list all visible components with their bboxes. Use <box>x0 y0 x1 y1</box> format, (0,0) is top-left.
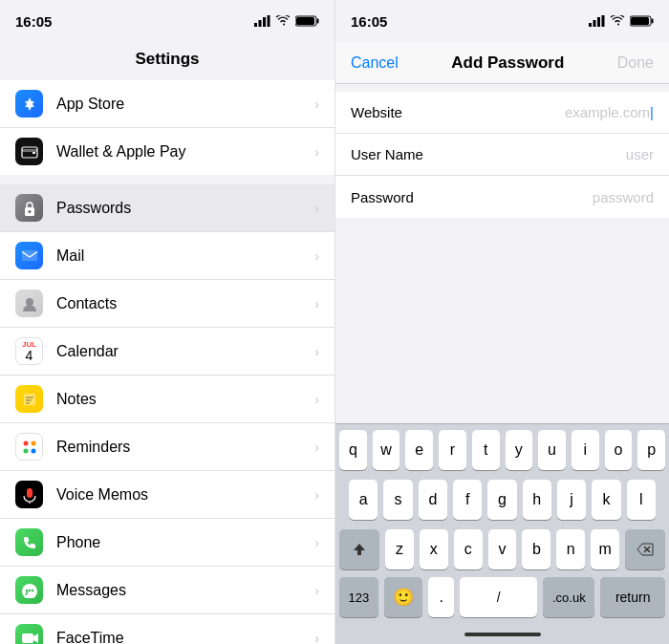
wallet-label: Wallet & Apple Pay <box>56 143 311 161</box>
key-i[interactable]: i <box>572 430 599 470</box>
key-u[interactable]: u <box>538 430 566 470</box>
svg-rect-25 <box>27 488 32 498</box>
settings-row-notes[interactable]: Notes › <box>0 376 334 423</box>
settings-row-wallet[interactable]: Wallet & Apple Pay › <box>0 128 334 175</box>
settings-row-voicememos[interactable]: Voice Memos › <box>0 471 334 519</box>
key-couk[interactable]: .co.uk <box>543 577 594 617</box>
key-g[interactable]: g <box>487 480 516 520</box>
keyboard-row-bottom: 123 🙂 . / .co.uk return <box>335 573 669 625</box>
key-d[interactable]: d <box>419 480 447 520</box>
svg-point-24 <box>31 448 35 453</box>
key-q[interactable]: q <box>339 430 367 470</box>
key-123[interactable]: 123 <box>339 577 378 617</box>
svg-point-21 <box>23 440 28 445</box>
username-value[interactable]: user <box>437 146 654 162</box>
key-n[interactable]: n <box>556 529 585 569</box>
keyboard[interactable]: q w e r t y u i o p a s d f g h j k l <box>335 423 669 644</box>
key-o[interactable]: o <box>605 430 633 470</box>
reminders-chevron: › <box>314 440 319 455</box>
key-slash[interactable]: / <box>460 577 537 617</box>
key-r[interactable]: r <box>439 430 466 470</box>
facetime-chevron: › <box>314 631 319 645</box>
status-icons-left <box>254 15 319 27</box>
key-l[interactable]: l <box>627 480 656 520</box>
key-m[interactable]: m <box>591 529 619 569</box>
svg-point-22 <box>31 440 35 445</box>
settings-title: Settings <box>135 50 199 68</box>
notes-icon <box>15 385 43 413</box>
svg-rect-2 <box>263 17 266 27</box>
password-form: Website example.com| User Name user Pass… <box>335 92 669 218</box>
calendar-chevron: › <box>314 344 319 359</box>
battery-icon-right <box>630 15 654 27</box>
facetime-icon <box>15 624 43 644</box>
passwords-icon <box>15 194 43 222</box>
key-emoji[interactable]: 🙂 <box>384 577 423 617</box>
password-row[interactable]: Password password <box>335 176 669 218</box>
key-c[interactable]: c <box>454 529 483 569</box>
key-j[interactable]: j <box>557 480 586 520</box>
settings-row-reminders[interactable]: Reminders › <box>0 423 334 471</box>
phone-icon <box>15 528 43 556</box>
website-value[interactable]: example.com| <box>437 104 654 120</box>
settings-row-passwords[interactable]: Passwords › <box>0 184 334 232</box>
svg-rect-45 <box>589 23 592 27</box>
key-z[interactable]: z <box>385 529 414 569</box>
username-label: User Name <box>351 146 437 162</box>
passwords-chevron: › <box>314 201 319 216</box>
battery-icon <box>295 15 319 27</box>
key-t[interactable]: t <box>472 430 500 470</box>
svg-point-16 <box>26 298 33 306</box>
key-v[interactable]: v <box>488 529 517 569</box>
settings-title-bar: Settings <box>0 42 334 80</box>
key-f[interactable]: f <box>453 480 482 520</box>
key-k[interactable]: k <box>592 480 620 520</box>
keyboard-row-1: q w e r t y u i o p <box>335 424 669 474</box>
cancel-button[interactable]: Cancel <box>351 54 399 72</box>
website-row[interactable]: Website example.com| <box>335 92 669 134</box>
settings-row-mail[interactable]: Mail › <box>0 232 334 280</box>
contacts-chevron: › <box>314 296 319 311</box>
svg-rect-1 <box>259 20 262 27</box>
svg-rect-51 <box>631 17 649 25</box>
password-value[interactable]: password <box>437 189 654 205</box>
settings-row-facetime[interactable]: FaceTime › <box>0 614 334 644</box>
svg-rect-3 <box>268 15 270 27</box>
key-period[interactable]: . <box>428 577 454 617</box>
voicememos-chevron: › <box>314 487 319 503</box>
reminders-label: Reminders <box>56 439 311 456</box>
messages-icon <box>15 576 43 604</box>
key-b[interactable]: b <box>522 529 550 569</box>
add-password-panel: 16:05 Cancel Add Password D <box>334 0 669 644</box>
username-row[interactable]: User Name user <box>335 134 669 176</box>
settings-row-contacts[interactable]: Contacts › <box>0 280 334 328</box>
status-bar-left: 16:05 <box>0 0 334 42</box>
key-e[interactable]: e <box>405 430 433 470</box>
contacts-label: Contacts <box>56 295 311 312</box>
reminders-icon <box>15 433 43 461</box>
key-shift[interactable] <box>339 529 379 569</box>
done-button[interactable]: Done <box>617 54 654 72</box>
key-a[interactable]: a <box>349 480 378 520</box>
settings-row-appstore[interactable]: App Store › <box>0 80 334 128</box>
settings-row-phone[interactable]: Phone › <box>0 519 334 567</box>
key-return[interactable]: return <box>600 577 665 617</box>
key-w[interactable]: w <box>373 430 400 470</box>
key-h[interactable]: h <box>523 480 551 520</box>
key-s[interactable]: s <box>383 480 412 520</box>
key-x[interactable]: x <box>420 529 448 569</box>
settings-list[interactable]: App Store › Wallet & Apple Pay › <box>0 80 334 644</box>
form-spacer <box>335 218 669 423</box>
cursor: | <box>650 104 654 120</box>
key-p[interactable]: p <box>637 430 665 470</box>
notes-label: Notes <box>56 391 311 408</box>
key-delete[interactable] <box>625 529 665 569</box>
key-y[interactable]: y <box>506 430 533 470</box>
settings-row-messages[interactable]: Messages › <box>0 567 334 614</box>
status-bar-right: 16:05 <box>335 0 669 42</box>
svg-point-29 <box>31 589 32 590</box>
settings-row-calendar[interactable]: JUL 4 Calendar › <box>0 328 334 376</box>
svg-point-27 <box>25 589 27 590</box>
mail-chevron: › <box>314 248 319 264</box>
appstore-chevron: › <box>314 97 319 112</box>
